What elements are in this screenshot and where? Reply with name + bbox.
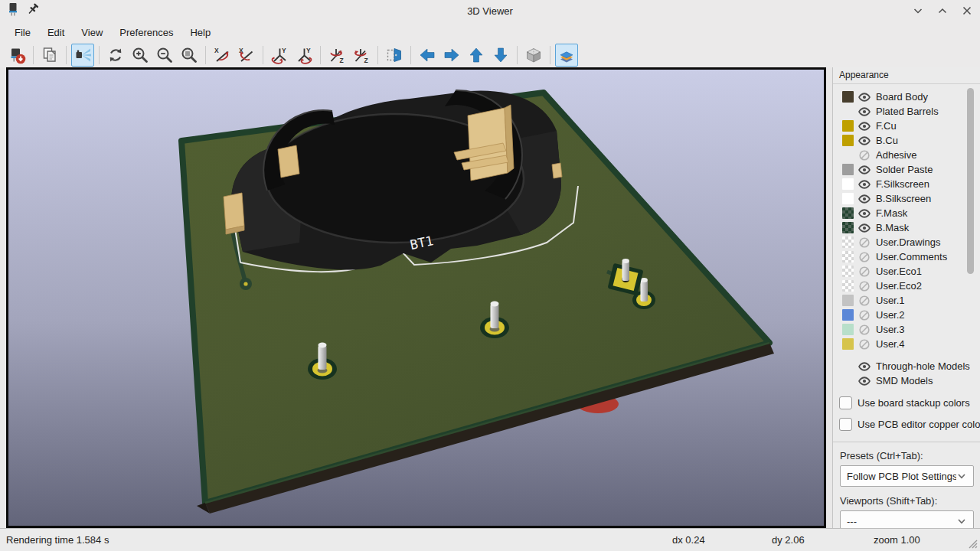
menu-edit[interactable]: Edit <box>39 23 73 42</box>
checkbox-box[interactable] <box>839 418 852 431</box>
panel-scrollbar[interactable] <box>967 88 974 274</box>
layer-row-b-mask[interactable]: B.Mask <box>833 220 980 235</box>
visibility-eye-icon[interactable] <box>858 120 871 132</box>
menu-file[interactable]: File <box>6 23 39 42</box>
visibility-hidden-icon[interactable] <box>858 266 871 278</box>
layer-row-user-3[interactable]: User.3 <box>833 322 980 337</box>
maximize-button[interactable] <box>934 2 951 19</box>
layer-row-smd-models[interactable]: SMD Models <box>833 373 980 388</box>
rotate-x-clockwise-button[interactable]: X <box>211 44 234 67</box>
zoom-out-button[interactable] <box>153 44 176 67</box>
layer-color-swatch[interactable] <box>842 164 854 175</box>
visibility-hidden-icon[interactable] <box>858 309 871 321</box>
visibility-eye-icon[interactable] <box>858 207 871 220</box>
rotate-y-counterclockwise-button[interactable]: Y <box>292 44 315 67</box>
visibility-hidden-icon[interactable] <box>858 295 871 307</box>
layer-row-user-eco1[interactable]: User.Eco1 <box>833 264 980 279</box>
zoom-to-fit-button[interactable] <box>178 44 201 67</box>
rotate-x-counterclockwise-button[interactable]: X <box>235 44 258 67</box>
layer-color-swatch[interactable] <box>842 91 854 103</box>
visibility-eye-icon[interactable] <box>858 360 871 373</box>
visibility-eye-icon[interactable] <box>858 375 871 387</box>
visibility-eye-icon[interactable] <box>858 91 871 103</box>
visibility-eye-icon[interactable] <box>858 164 871 176</box>
visibility-hidden-icon[interactable] <box>858 324 871 336</box>
layer-color-swatch[interactable] <box>842 193 854 204</box>
minimize-button[interactable] <box>910 2 926 19</box>
zoom-in-button[interactable] <box>129 44 152 67</box>
orthographic-projection-button[interactable] <box>522 44 545 67</box>
menu-preferences[interactable]: Preferences <box>111 23 181 42</box>
layer-row-user-drawings[interactable]: User.Drawings <box>833 235 980 249</box>
redraw-button[interactable] <box>104 44 127 67</box>
reload-board-button[interactable] <box>5 44 28 67</box>
flip-board-button[interactable] <box>383 44 406 67</box>
layer-color-swatch[interactable] <box>842 207 854 219</box>
3d-viewport[interactable]: BT1 <box>6 67 826 528</box>
layer-color-swatch[interactable] <box>842 324 854 335</box>
layer-label: User.Drawings <box>876 236 941 248</box>
use-board-stackup-colors-checkbox[interactable]: Use board stackup colors <box>839 396 980 409</box>
layer-color-swatch[interactable] <box>842 135 854 146</box>
layer-label: Board Body <box>876 91 928 103</box>
move-right-button[interactable] <box>440 44 463 67</box>
layer-color-swatch[interactable] <box>842 178 854 190</box>
menu-help[interactable]: Help <box>181 23 219 42</box>
layer-color-swatch[interactable] <box>842 251 854 262</box>
move-up-button[interactable] <box>465 44 488 67</box>
layer-row-user-1[interactable]: User.1 <box>833 293 980 308</box>
layer-color-swatch[interactable] <box>842 309 854 321</box>
rotate-z-clockwise-button[interactable]: Z <box>325 44 348 67</box>
layer-color-swatch[interactable] <box>842 236 854 248</box>
copy-image-button[interactable] <box>38 44 61 67</box>
rotate-y-clockwise-button[interactable]: Y <box>268 44 291 67</box>
visibility-hidden-icon[interactable] <box>858 149 871 161</box>
layer-row-user-eco2[interactable]: User.Eco2 <box>833 279 980 293</box>
move-left-button[interactable] <box>416 44 439 67</box>
rotate-z-counterclockwise-button[interactable]: Z <box>350 44 373 67</box>
layer-color-swatch[interactable] <box>842 338 854 350</box>
checkbox-box[interactable] <box>839 396 852 409</box>
layer-row-user-comments[interactable]: User.Comments <box>833 249 980 264</box>
visibility-eye-icon[interactable] <box>858 222 871 234</box>
toolbar: X X Y Y <box>0 43 980 67</box>
use-pcb-editor-copper-color-checkbox[interactable]: Use PCB editor copper color <box>839 418 980 431</box>
visibility-eye-icon[interactable] <box>858 193 871 205</box>
layer-color-swatch[interactable] <box>842 266 854 277</box>
visibility-hidden-icon[interactable] <box>858 338 871 350</box>
layer-row-plated-barrels[interactable]: Plated Barrels <box>833 104 980 119</box>
viewports-dropdown[interactable]: --- <box>840 510 974 528</box>
layer-row-user-2[interactable]: User.2 <box>833 308 980 322</box>
layer-color-swatch[interactable] <box>842 120 854 132</box>
layer-row-b-silkscreen[interactable]: B.Silkscreen <box>833 191 980 206</box>
menu-view[interactable]: View <box>73 23 111 42</box>
layer-color-swatch[interactable] <box>842 222 854 233</box>
appearance-panel: Appearance Board BodyPlated BarrelsF.CuB… <box>832 67 980 528</box>
visibility-hidden-icon[interactable] <box>858 280 871 292</box>
render-current-view-button[interactable] <box>71 44 94 67</box>
layer-row-through-hole-models[interactable]: Through-hole Models <box>833 359 980 373</box>
visibility-hidden-icon[interactable] <box>858 236 871 249</box>
visibility-eye-icon[interactable] <box>858 178 871 191</box>
layer-color-swatch[interactable] <box>842 280 854 292</box>
layer-color-swatch[interactable] <box>842 295 854 306</box>
visibility-eye-icon[interactable] <box>858 106 871 118</box>
visibility-eye-icon[interactable] <box>858 135 871 147</box>
layer-row-f-cu[interactable]: F.Cu <box>833 119 980 133</box>
move-down-button[interactable] <box>489 44 512 67</box>
layer-label: Solder Paste <box>876 164 933 175</box>
show-layers-button[interactable] <box>555 44 578 67</box>
layer-row-b-cu[interactable]: B.Cu <box>833 133 980 148</box>
layer-row-solder-paste[interactable]: Solder Paste <box>833 162 980 177</box>
layer-row-user-4[interactable]: User.4 <box>833 337 980 351</box>
visibility-hidden-icon[interactable] <box>858 251 871 263</box>
resize-grip[interactable] <box>965 536 978 549</box>
layer-row-adhesive[interactable]: Adhesive <box>833 148 980 162</box>
presets-dropdown[interactable]: Follow PCB Plot Settings <box>840 465 974 487</box>
layer-label: User.4 <box>876 338 905 350</box>
layer-row-f-silkscreen[interactable]: F.Silkscreen <box>833 177 980 191</box>
svg-text:Z: Z <box>364 57 368 64</box>
layer-row-board-body[interactable]: Board Body <box>833 90 980 104</box>
close-button[interactable] <box>959 2 975 19</box>
layer-row-f-mask[interactable]: F.Mask <box>833 206 980 220</box>
